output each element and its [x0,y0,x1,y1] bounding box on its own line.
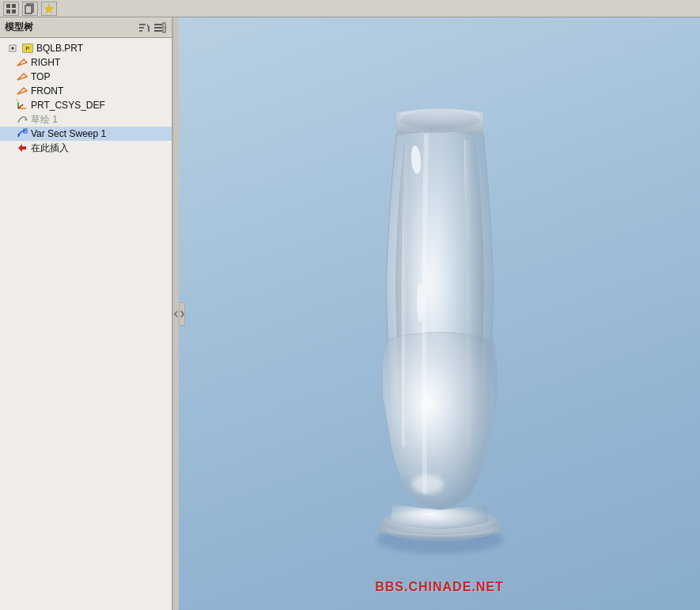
svg-rect-3 [12,9,16,13]
svg-rect-11 [154,24,162,25]
svg-point-37 [417,282,423,322]
part-icon: P [21,43,34,54]
expand-handle[interactable] [179,302,185,326]
model-tree: P BQLB.PRT RIGHT [0,38,172,610]
svg-marker-19 [17,59,27,66]
svg-marker-21 [17,88,27,94]
panel-header-icons: ▼ [137,21,167,34]
svg-point-38 [412,475,444,494]
tree-item-sketch[interactable]: 草绘 1 [0,112,172,127]
star-toolbar-icon[interactable] [41,2,57,16]
top-toolbar [0,0,700,17]
settings-icon[interactable]: ▼ [153,21,167,34]
tree-label-bqlb: BQLB.PRT [36,43,83,54]
insert-icon [16,142,28,153]
main-layout: 模型树 [0,17,700,610]
svg-rect-2 [6,9,10,13]
tree-label-right: RIGHT [31,57,60,68]
tree-label-sweep: Var Sect Sweep 1 [31,128,106,139]
panel-title: 模型树 [5,21,33,34]
plane-right-icon [16,57,28,68]
tree-item-bqlb-prt[interactable]: P BQLB.PRT [0,41,172,55]
sweep-icon [16,128,28,139]
sort-icon[interactable] [137,21,151,34]
plane-top-icon [16,71,28,82]
tree-item-front[interactable]: FRONT [0,84,172,98]
sketch-icon [16,114,28,125]
svg-rect-13 [154,30,162,32]
cup-3d-model [313,65,566,555]
tree-item-right[interactable]: RIGHT [0,55,172,70]
svg-text:▼: ▼ [164,25,167,32]
viewport: BBS.CHINADE.NET [179,17,700,610]
tree-label-front: FRONT [31,85,63,97]
tree-label-top: TOP [31,71,50,82]
tree-label-sketch: 草绘 1 [31,113,58,127]
svg-text:*: * [16,100,18,104]
svg-marker-20 [17,74,27,80]
tree-item-csys[interactable]: * PRT_CSYS_DEF [0,98,172,112]
panel-header: 模型树 [0,17,172,38]
svg-rect-1 [12,4,16,8]
tree-item-top[interactable]: TOP [0,70,172,84]
copy-toolbar-icon[interactable] [22,2,38,16]
tree-item-insert[interactable]: 在此插入 [0,141,172,155]
expand-icon [6,43,19,54]
plane-front-icon [16,85,28,97]
svg-rect-12 [154,27,162,28]
svg-marker-29 [18,144,26,152]
svg-rect-0 [6,4,10,8]
svg-rect-5 [25,6,32,13]
grid-toolbar-icon[interactable] [3,2,19,16]
svg-point-26 [25,119,28,121]
tree-item-sweep[interactable]: Var Sect Sweep 1 [0,127,172,141]
left-panel: 模型树 [0,17,172,610]
tree-label-insert: 在此插入 [31,142,69,155]
tree-label-csys: PRT_CSYS_DEF [31,100,105,111]
collapse-handle[interactable] [172,17,179,610]
csys-icon: * [16,100,28,111]
watermark: BBS.CHINADE.NET [375,580,504,594]
svg-marker-6 [44,4,54,13]
